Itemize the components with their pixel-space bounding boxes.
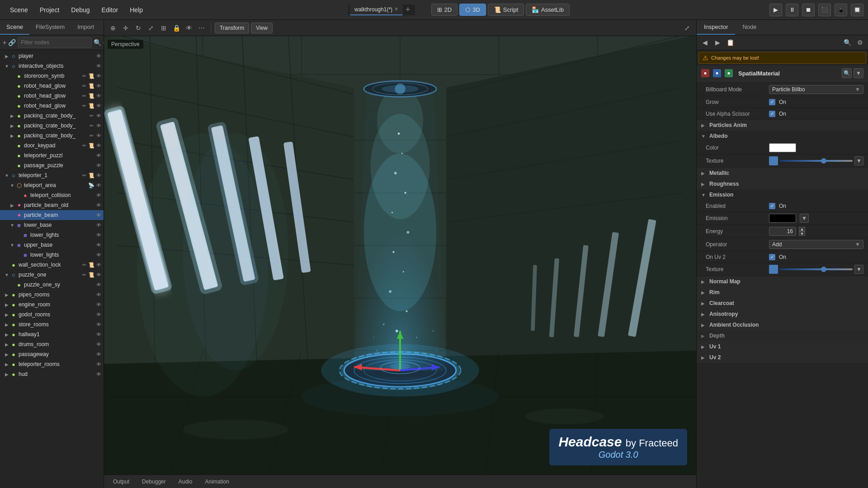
- visibility-icon-godot[interactable]: 👁: [95, 311, 102, 318]
- transform-button[interactable]: Transform: [215, 23, 249, 33]
- tree-item-hallway[interactable]: ▶ ● hallway1 👁: [0, 329, 104, 339]
- tab-animation[interactable]: Animation: [199, 477, 234, 487]
- tree-item-teleporter1[interactable]: ▼ ○ teleporter_1 ✏ 📜 👁: [0, 170, 104, 180]
- lock-tool[interactable]: 🔒: [171, 23, 182, 33]
- visibility-icon-lower-base[interactable]: 👁: [95, 222, 102, 228]
- step-button[interactable]: ⬛: [818, 4, 831, 16]
- mode-3d[interactable]: ⬡ 3D: [459, 4, 486, 16]
- visibility-icon-pipes[interactable]: 👁: [95, 291, 102, 298]
- emission-texture-expand[interactable]: ▼: [854, 265, 863, 274]
- tree-item-upper-base[interactable]: ▼ ■ upper_base 👁: [0, 240, 104, 250]
- tree-item-lower-lights[interactable]: ■ lower_lights 👁: [0, 230, 104, 240]
- edit-icon-robot3[interactable]: ✏: [81, 103, 87, 109]
- visibility-icon-robot1[interactable]: 👁: [95, 83, 102, 89]
- billboard-dropdown[interactable]: Particle Billbo ▼: [769, 85, 863, 94]
- on-uv2-checkbox[interactable]: ✓: [769, 254, 775, 260]
- tree-item-passageway[interactable]: ▶ ● passageway 👁: [0, 349, 104, 359]
- edit-icon-crate1[interactable]: ✏: [88, 113, 94, 119]
- section-particles-anim[interactable]: ▶ Particles Anim: [697, 120, 868, 131]
- tree-arrow-teleporter1[interactable]: ▼: [4, 173, 10, 178]
- fullscreen-button[interactable]: ⤢: [682, 23, 693, 33]
- tab-scene[interactable]: Scene: [0, 20, 29, 35]
- tree-item-wall-section[interactable]: ● wall_section_lock ✏ 📜 👁: [0, 260, 104, 270]
- script-icon-door[interactable]: 📜: [88, 142, 94, 149]
- tab-audio[interactable]: Audio: [173, 477, 198, 487]
- edit-icon-robot1[interactable]: ✏: [81, 83, 87, 89]
- inspector-history-btn[interactable]: 📋: [725, 37, 736, 48]
- extra-tool[interactable]: ⋯: [196, 23, 207, 33]
- section-ambient-occlusion[interactable]: ▶ Ambient Occlusion: [697, 319, 868, 330]
- visibility-icon-passage[interactable]: 👁: [95, 162, 102, 169]
- tree-item-teleport-area[interactable]: ▼ ⬡ teleport_area 📡 👁: [0, 180, 104, 190]
- visibility-icon-upper-base[interactable]: 👁: [95, 242, 102, 248]
- close-tab-icon[interactable]: ✕: [394, 6, 398, 12]
- visibility-icon-passageway[interactable]: 👁: [95, 351, 102, 357]
- tree-item-puzzle-one[interactable]: ▼ ○ puzzle_one ✏ 📜 👁: [0, 270, 104, 280]
- tab-filesystem[interactable]: FileSystem: [29, 20, 71, 35]
- section-rim[interactable]: ▶ Rim: [697, 287, 868, 298]
- visibility-icon-lower-lights[interactable]: 👁: [95, 232, 102, 238]
- tab-import[interactable]: Import: [71, 20, 100, 35]
- tree-item-interactive-objects[interactable]: ▼ ○ interactive_objects 👁: [0, 61, 104, 71]
- visibility-icon-wall[interactable]: 👁: [95, 262, 102, 268]
- visibility-tool[interactable]: 👁: [184, 23, 194, 33]
- tree-item-lower-lights2[interactable]: ■ lower_lights 👁: [0, 250, 104, 260]
- script-icon-robot1[interactable]: 📜: [88, 83, 94, 89]
- inspector-forward-btn[interactable]: ▶: [712, 37, 723, 48]
- section-emission[interactable]: ▼ Emission: [697, 189, 868, 200]
- menu-editor[interactable]: Editor: [96, 4, 124, 16]
- tree-item-beam-old[interactable]: ▶ ✦ particle_beam_old 👁: [0, 200, 104, 210]
- script-icon-tel1[interactable]: 📜: [88, 172, 94, 178]
- tree-item-player[interactable]: ▶ ○ player 👁: [0, 51, 104, 61]
- add-tab-icon[interactable]: +: [403, 5, 413, 14]
- script-icon-wall[interactable]: 📜: [88, 262, 94, 268]
- section-depth[interactable]: ▶ Depth: [697, 330, 868, 341]
- menu-debug[interactable]: Debug: [66, 4, 95, 16]
- mode-assetlib[interactable]: 🏪 AssetLib: [526, 4, 570, 16]
- edit-icon-wall[interactable]: ✏: [81, 262, 87, 268]
- visibility-icon-beam-old[interactable]: 👁: [95, 202, 102, 208]
- editor-tab-walkthrough[interactable]: walkthrough1(*) ✕: [350, 5, 403, 15]
- tree-item-crate1[interactable]: ▶ ● packing_crate_body_ ✏ 👁: [0, 111, 104, 121]
- mat-dropdown-btn[interactable]: ▼: [854, 68, 863, 78]
- tree-item-pipes[interactable]: ▶ ● pipes_rooms 👁: [0, 290, 104, 300]
- albedo-color-swatch[interactable]: [769, 143, 796, 152]
- tree-item-engine[interactable]: ▶ ● engine_room 👁: [0, 300, 104, 310]
- section-uv1[interactable]: ▶ Uv 1: [697, 341, 868, 352]
- select-tool[interactable]: ⊕: [108, 23, 118, 33]
- link-button[interactable]: 🔗: [8, 37, 16, 48]
- menu-project[interactable]: Project: [34, 4, 65, 16]
- section-albedo[interactable]: ▼ Albedo: [697, 131, 868, 141]
- emission-energy-input[interactable]: 16: [769, 227, 796, 236]
- tree-arrow-player[interactable]: ▶: [4, 54, 10, 59]
- play-button[interactable]: ▶: [769, 4, 782, 16]
- visibility-icon-beam[interactable]: 👁: [95, 212, 102, 218]
- section-clearcoat[interactable]: ▶ Clearcoat: [697, 298, 868, 309]
- visibility-icon-tel-rooms[interactable]: 👁: [95, 361, 102, 367]
- stop-button[interactable]: ⏹: [802, 4, 815, 16]
- section-uv2[interactable]: ▶ Uv 2: [697, 352, 868, 363]
- emission-texture-slider[interactable]: [780, 268, 853, 270]
- script-icon-storeroom[interactable]: 📜: [88, 73, 94, 79]
- visibility-icon-crate3[interactable]: 👁: [95, 132, 102, 139]
- emission-color-swatch[interactable]: [769, 214, 796, 223]
- tree-item-drums[interactable]: ▶ ● drums_room 👁: [0, 339, 104, 349]
- edit-icon-storeroom[interactable]: ✏: [81, 73, 87, 79]
- inspector-back-btn[interactable]: ◀: [699, 37, 710, 48]
- menu-scene[interactable]: Scene: [5, 4, 33, 16]
- add-node-button[interactable]: +: [3, 37, 6, 48]
- script-icon-robot3[interactable]: 📜: [88, 103, 94, 109]
- albedo-texture-slider[interactable]: [780, 160, 853, 162]
- tree-item-store-rooms[interactable]: ▶ ● store_rooms 👁: [0, 319, 104, 329]
- tree-item-passage-puzzle[interactable]: ● passage_puzzle 👁: [0, 160, 104, 170]
- visibility-icon-hud[interactable]: 👁: [95, 371, 102, 377]
- local-tool[interactable]: ⊞: [158, 23, 169, 33]
- emission-color-expand[interactable]: ▼: [800, 214, 809, 223]
- inspector-search-btn[interactable]: 🔍: [842, 37, 853, 48]
- visibility-icon-engine[interactable]: 👁: [95, 301, 102, 308]
- energy-down-btn[interactable]: ▼: [799, 231, 805, 236]
- tree-item-teleporter-rooms[interactable]: ▶ ● teleporter_rooms 👁: [0, 359, 104, 369]
- inspector-settings-btn[interactable]: ⚙: [854, 37, 865, 48]
- visibility-icon-storeroom[interactable]: 👁: [95, 73, 102, 79]
- tree-item-teleporter-puzzl[interactable]: ● teleporter_puzzl 👁: [0, 150, 104, 160]
